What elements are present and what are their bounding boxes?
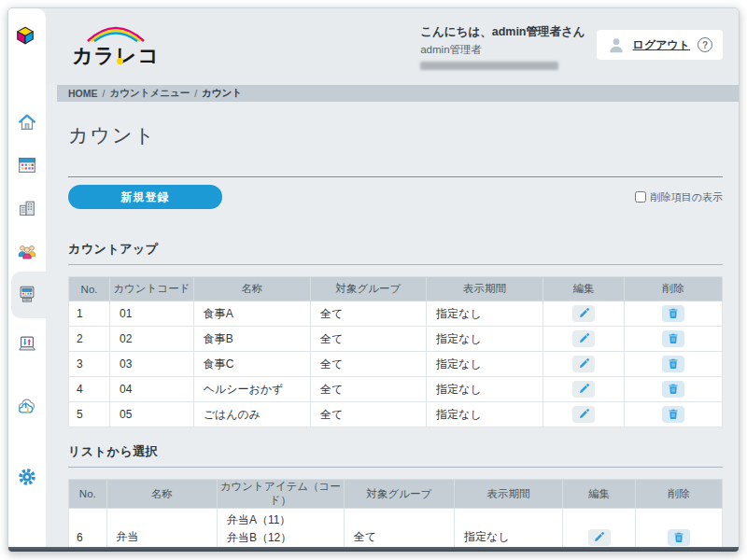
cell-code: 02 — [110, 327, 194, 352]
edit-button[interactable] — [588, 529, 611, 546]
help-icon[interactable]: ? — [698, 37, 712, 52]
cell-no: 4 — [69, 377, 110, 402]
cell-period: 指定なし — [454, 509, 562, 548]
section-title-countup: カウントアップ — [68, 241, 723, 265]
cell-no: 2 — [69, 327, 110, 352]
divider — [68, 176, 723, 177]
cell-name: ヘルシーおかず — [193, 377, 310, 402]
edit-button[interactable] — [572, 330, 595, 347]
section-title-list-select: リストから選択 — [68, 443, 723, 468]
sidebar-item-data-transfer[interactable] — [16, 333, 38, 356]
greeting-text: こんにちは、admin管理者さん — [420, 24, 585, 40]
delete-button[interactable] — [662, 330, 684, 347]
col-count-item-code: カウントアイテム（コード） — [217, 480, 344, 509]
col-no: No. — [69, 480, 107, 509]
logout-label: ログアウト — [633, 37, 690, 53]
pencil-icon — [578, 307, 590, 319]
sidebar-item-cloud-sync[interactable] — [16, 395, 38, 417]
cell-items: 弁当A（11） 弁当B（12） 弁当C（13） — [217, 509, 344, 548]
sidebar-item-facility[interactable] — [16, 197, 38, 219]
show-deleted-label: 削除項目の表示 — [651, 190, 723, 204]
count-item: 弁当A（11） — [227, 511, 334, 529]
show-deleted-checkbox[interactable] — [635, 191, 646, 203]
cell-name: 食事C — [193, 352, 310, 377]
cell-group: 全て — [310, 301, 426, 327]
cell-name: 弁当 — [106, 509, 217, 548]
sidebar-item-settings[interactable] — [16, 466, 38, 488]
col-target-group: 対象グループ — [310, 277, 426, 301]
top-header: カラレコ こんにちは、admin管理者さん admin管理者 ログアウト ? — [46, 8, 739, 85]
table-row: 3 03 食事C 全て 指定なし — [69, 352, 723, 377]
settings-icon — [17, 467, 37, 487]
new-register-button[interactable]: 新規登録 — [68, 185, 222, 209]
edit-button[interactable] — [572, 305, 595, 322]
cell-period: 指定なし — [426, 301, 543, 327]
trash-icon — [668, 307, 679, 319]
cell-no: 5 — [69, 402, 110, 427]
cell-no: 3 — [69, 352, 110, 377]
section-countup: カウントアップ No. カウントコード 名称 対象グループ 表示期間 編集 — [68, 241, 723, 427]
countup-table: No. カウントコード 名称 対象グループ 表示期間 編集 削除 1 01 — [68, 276, 723, 427]
col-name: 名称 — [193, 277, 310, 301]
app-logo[interactable]: カラレコ — [72, 35, 162, 72]
account-name: admin管理者 — [420, 43, 585, 57]
laptop-sync-icon — [17, 334, 37, 355]
edit-button[interactable] — [572, 356, 595, 372]
count-item: 弁当B（12） — [227, 529, 334, 547]
window-bottom-edge — [8, 547, 739, 552]
brand-cube-icon[interactable] — [15, 25, 39, 49]
breadcrumb-separator: / — [103, 88, 106, 99]
cell-no: 1 — [69, 301, 110, 327]
show-deleted-group: 削除項目の表示 — [635, 190, 723, 204]
cell-period: 指定なし — [426, 352, 543, 377]
delete-button[interactable] — [662, 356, 684, 372]
col-target-group: 対象グループ — [344, 480, 454, 509]
trash-icon — [668, 408, 679, 420]
pencil-icon — [593, 531, 605, 543]
users-icon — [17, 241, 37, 261]
sidebar-item-users[interactable] — [16, 240, 38, 262]
user-greeting: こんにちは、admin管理者さん admin管理者 — [420, 23, 585, 70]
breadcrumb-count-menu[interactable]: カウントメニュー — [109, 87, 190, 100]
cell-no: 6 — [69, 509, 107, 548]
table-row: 6 弁当 弁当A（11） 弁当B（12） 弁当C（13） 全て 指定なし — [69, 509, 723, 548]
trash-icon — [668, 383, 679, 395]
cell-code: 03 — [110, 352, 194, 377]
cell-code: 05 — [110, 402, 194, 427]
table-header-row: No. カウントコード 名称 対象グループ 表示期間 編集 削除 — [69, 277, 723, 301]
col-no: No. — [69, 277, 110, 301]
app-window: カラレコ こんにちは、admin管理者さん admin管理者 ログアウト ? H… — [7, 7, 740, 553]
delete-button[interactable] — [668, 529, 690, 546]
delete-button[interactable] — [662, 381, 684, 398]
logo-text: カラレコ — [72, 42, 160, 70]
breadcrumb-home[interactable]: HOME — [68, 88, 98, 99]
table-row: 5 05 ごはんのみ 全て 指定なし — [69, 402, 723, 427]
cloud-sync-icon — [17, 396, 37, 416]
col-display-period: 表示期間 — [426, 277, 543, 301]
table-row: 4 04 ヘルシーおかず 全て 指定なし — [69, 377, 723, 402]
edit-button[interactable] — [572, 381, 595, 398]
table-header-row: No. 名称 カウントアイテム（コード） 対象グループ 表示期間 編集 削除 — [69, 480, 723, 509]
logo-dot — [117, 58, 123, 64]
cell-name: 食事B — [193, 327, 310, 352]
page-title: カウント — [68, 122, 723, 148]
logout-button[interactable]: ログアウト ? — [597, 30, 723, 60]
sidebar-item-count[interactable] — [16, 283, 38, 305]
list-select-table: No. 名称 カウントアイテム（コード） 対象グループ 表示期間 編集 削除 6 — [68, 479, 723, 547]
delete-button[interactable] — [662, 406, 684, 423]
sidebar-item-home[interactable] — [16, 111, 38, 133]
delete-button[interactable] — [662, 305, 684, 322]
edit-button[interactable] — [572, 406, 595, 423]
actions-row: 新規登録 削除項目の表示 — [68, 185, 723, 209]
col-edit: 編集 — [563, 480, 636, 509]
register-icon — [17, 284, 37, 304]
cell-code: 04 — [110, 377, 194, 402]
calendar-icon — [17, 155, 37, 175]
cell-name: ごはんのみ — [193, 402, 310, 427]
sidebar-item-calendar[interactable] — [16, 154, 38, 176]
col-count-code: カウントコード — [110, 277, 194, 301]
breadcrumb-separator: / — [194, 88, 197, 99]
user-icon — [607, 35, 626, 54]
home-icon — [17, 112, 37, 133]
col-name: 名称 — [106, 480, 217, 509]
